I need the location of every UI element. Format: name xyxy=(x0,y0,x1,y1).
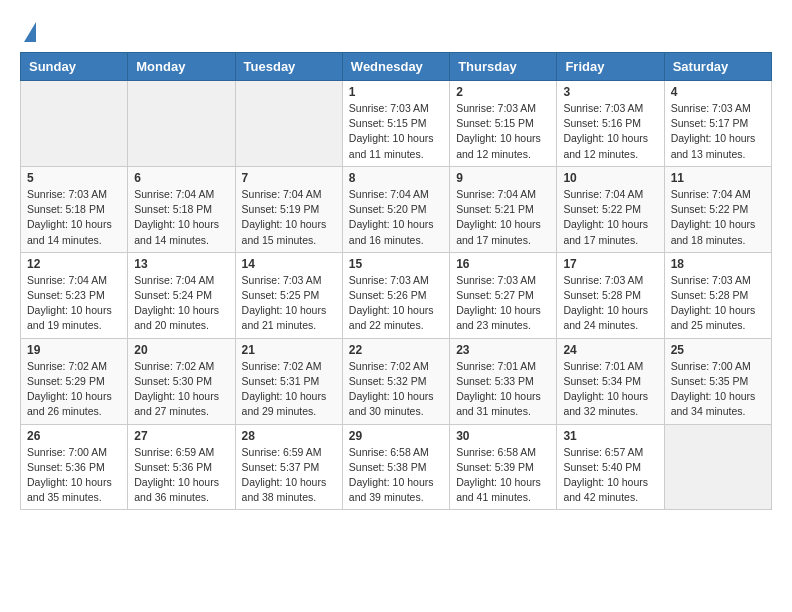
calendar-cell: 6 Sunrise: 7:04 AM Sunset: 5:18 PM Dayli… xyxy=(128,166,235,252)
day-number: 11 xyxy=(671,171,765,185)
sunset-text: Sunset: 5:40 PM xyxy=(563,461,641,473)
sunset-text: Sunset: 5:18 PM xyxy=(27,203,105,215)
sunrise-text: Sunrise: 7:04 AM xyxy=(456,188,536,200)
daylight-text: Daylight: 10 hours and 25 minutes. xyxy=(671,304,756,331)
week-row-4: 19 Sunrise: 7:02 AM Sunset: 5:29 PM Dayl… xyxy=(21,338,772,424)
day-number: 6 xyxy=(134,171,228,185)
calendar-cell: 19 Sunrise: 7:02 AM Sunset: 5:29 PM Dayl… xyxy=(21,338,128,424)
day-number: 5 xyxy=(27,171,121,185)
day-info: Sunrise: 7:03 AM Sunset: 5:26 PM Dayligh… xyxy=(349,273,443,334)
sunset-text: Sunset: 5:33 PM xyxy=(456,375,534,387)
day-info: Sunrise: 7:03 AM Sunset: 5:18 PM Dayligh… xyxy=(27,187,121,248)
sunrise-text: Sunrise: 6:59 AM xyxy=(134,446,214,458)
calendar-cell xyxy=(235,81,342,167)
day-number: 8 xyxy=(349,171,443,185)
calendar-cell: 4 Sunrise: 7:03 AM Sunset: 5:17 PM Dayli… xyxy=(664,81,771,167)
calendar-cell: 3 Sunrise: 7:03 AM Sunset: 5:16 PM Dayli… xyxy=(557,81,664,167)
weekday-header-monday: Monday xyxy=(128,53,235,81)
calendar-cell: 27 Sunrise: 6:59 AM Sunset: 5:36 PM Dayl… xyxy=(128,424,235,510)
day-number: 7 xyxy=(242,171,336,185)
daylight-text: Daylight: 10 hours and 23 minutes. xyxy=(456,304,541,331)
day-number: 22 xyxy=(349,343,443,357)
day-info: Sunrise: 7:00 AM Sunset: 5:36 PM Dayligh… xyxy=(27,445,121,506)
day-info: Sunrise: 7:01 AM Sunset: 5:33 PM Dayligh… xyxy=(456,359,550,420)
sunrise-text: Sunrise: 7:04 AM xyxy=(134,274,214,286)
day-info: Sunrise: 7:03 AM Sunset: 5:16 PM Dayligh… xyxy=(563,101,657,162)
daylight-text: Daylight: 10 hours and 24 minutes. xyxy=(563,304,648,331)
day-number: 19 xyxy=(27,343,121,357)
day-number: 25 xyxy=(671,343,765,357)
day-number: 13 xyxy=(134,257,228,271)
day-info: Sunrise: 7:04 AM Sunset: 5:23 PM Dayligh… xyxy=(27,273,121,334)
day-info: Sunrise: 7:01 AM Sunset: 5:34 PM Dayligh… xyxy=(563,359,657,420)
calendar-cell: 16 Sunrise: 7:03 AM Sunset: 5:27 PM Dayl… xyxy=(450,252,557,338)
daylight-text: Daylight: 10 hours and 30 minutes. xyxy=(349,390,434,417)
week-row-1: 1 Sunrise: 7:03 AM Sunset: 5:15 PM Dayli… xyxy=(21,81,772,167)
sunrise-text: Sunrise: 6:58 AM xyxy=(456,446,536,458)
sunrise-text: Sunrise: 7:04 AM xyxy=(671,188,751,200)
calendar-cell: 22 Sunrise: 7:02 AM Sunset: 5:32 PM Dayl… xyxy=(342,338,449,424)
sunset-text: Sunset: 5:36 PM xyxy=(134,461,212,473)
calendar-cell: 23 Sunrise: 7:01 AM Sunset: 5:33 PM Dayl… xyxy=(450,338,557,424)
day-info: Sunrise: 6:57 AM Sunset: 5:40 PM Dayligh… xyxy=(563,445,657,506)
day-info: Sunrise: 7:04 AM Sunset: 5:20 PM Dayligh… xyxy=(349,187,443,248)
day-number: 1 xyxy=(349,85,443,99)
day-number: 15 xyxy=(349,257,443,271)
sunrise-text: Sunrise: 7:04 AM xyxy=(27,274,107,286)
calendar-cell: 29 Sunrise: 6:58 AM Sunset: 5:38 PM Dayl… xyxy=(342,424,449,510)
sunset-text: Sunset: 5:15 PM xyxy=(456,117,534,129)
day-number: 24 xyxy=(563,343,657,357)
day-info: Sunrise: 7:04 AM Sunset: 5:21 PM Dayligh… xyxy=(456,187,550,248)
daylight-text: Daylight: 10 hours and 16 minutes. xyxy=(349,218,434,245)
daylight-text: Daylight: 10 hours and 36 minutes. xyxy=(134,476,219,503)
weekday-header-thursday: Thursday xyxy=(450,53,557,81)
day-info: Sunrise: 6:59 AM Sunset: 5:36 PM Dayligh… xyxy=(134,445,228,506)
sunset-text: Sunset: 5:31 PM xyxy=(242,375,320,387)
sunrise-text: Sunrise: 7:02 AM xyxy=(27,360,107,372)
sunset-text: Sunset: 5:22 PM xyxy=(563,203,641,215)
daylight-text: Daylight: 10 hours and 12 minutes. xyxy=(456,132,541,159)
sunrise-text: Sunrise: 7:04 AM xyxy=(134,188,214,200)
calendar-cell: 2 Sunrise: 7:03 AM Sunset: 5:15 PM Dayli… xyxy=(450,81,557,167)
day-info: Sunrise: 7:02 AM Sunset: 5:31 PM Dayligh… xyxy=(242,359,336,420)
day-info: Sunrise: 7:03 AM Sunset: 5:15 PM Dayligh… xyxy=(456,101,550,162)
sunset-text: Sunset: 5:29 PM xyxy=(27,375,105,387)
day-number: 27 xyxy=(134,429,228,443)
daylight-text: Daylight: 10 hours and 31 minutes. xyxy=(456,390,541,417)
day-info: Sunrise: 7:04 AM Sunset: 5:22 PM Dayligh… xyxy=(563,187,657,248)
sunrise-text: Sunrise: 6:57 AM xyxy=(563,446,643,458)
sunrise-text: Sunrise: 7:04 AM xyxy=(563,188,643,200)
daylight-text: Daylight: 10 hours and 41 minutes. xyxy=(456,476,541,503)
sunset-text: Sunset: 5:27 PM xyxy=(456,289,534,301)
sunset-text: Sunset: 5:25 PM xyxy=(242,289,320,301)
daylight-text: Daylight: 10 hours and 14 minutes. xyxy=(134,218,219,245)
day-number: 12 xyxy=(27,257,121,271)
sunrise-text: Sunrise: 7:03 AM xyxy=(27,188,107,200)
sunset-text: Sunset: 5:15 PM xyxy=(349,117,427,129)
day-info: Sunrise: 6:58 AM Sunset: 5:38 PM Dayligh… xyxy=(349,445,443,506)
daylight-text: Daylight: 10 hours and 19 minutes. xyxy=(27,304,112,331)
sunrise-text: Sunrise: 7:01 AM xyxy=(563,360,643,372)
calendar-cell: 21 Sunrise: 7:02 AM Sunset: 5:31 PM Dayl… xyxy=(235,338,342,424)
day-number: 14 xyxy=(242,257,336,271)
calendar-cell xyxy=(128,81,235,167)
sunrise-text: Sunrise: 7:03 AM xyxy=(456,274,536,286)
daylight-text: Daylight: 10 hours and 39 minutes. xyxy=(349,476,434,503)
daylight-text: Daylight: 10 hours and 17 minutes. xyxy=(456,218,541,245)
day-info: Sunrise: 7:04 AM Sunset: 5:24 PM Dayligh… xyxy=(134,273,228,334)
calendar-cell: 26 Sunrise: 7:00 AM Sunset: 5:36 PM Dayl… xyxy=(21,424,128,510)
daylight-text: Daylight: 10 hours and 21 minutes. xyxy=(242,304,327,331)
daylight-text: Daylight: 10 hours and 11 minutes. xyxy=(349,132,434,159)
sunrise-text: Sunrise: 7:04 AM xyxy=(349,188,429,200)
sunset-text: Sunset: 5:23 PM xyxy=(27,289,105,301)
weekday-header-wednesday: Wednesday xyxy=(342,53,449,81)
sunset-text: Sunset: 5:38 PM xyxy=(349,461,427,473)
weekday-header-saturday: Saturday xyxy=(664,53,771,81)
logo xyxy=(20,20,36,42)
calendar-cell: 15 Sunrise: 7:03 AM Sunset: 5:26 PM Dayl… xyxy=(342,252,449,338)
sunrise-text: Sunrise: 7:03 AM xyxy=(563,274,643,286)
day-number: 28 xyxy=(242,429,336,443)
calendar-table: SundayMondayTuesdayWednesdayThursdayFrid… xyxy=(20,52,772,510)
sunrise-text: Sunrise: 7:03 AM xyxy=(671,102,751,114)
sunset-text: Sunset: 5:19 PM xyxy=(242,203,320,215)
